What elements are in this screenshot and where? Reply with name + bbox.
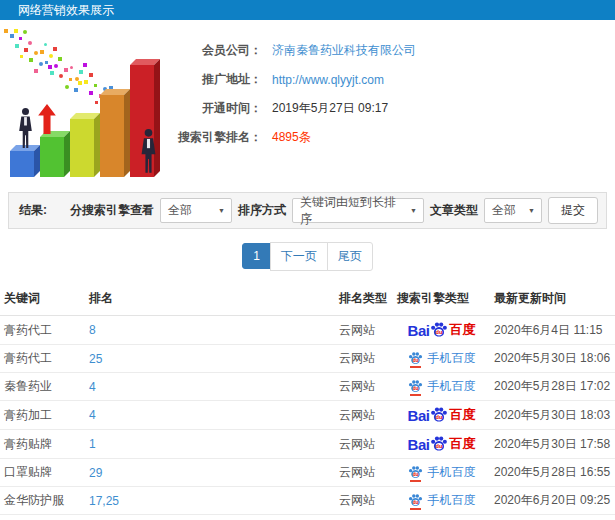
rank-type-cell: 云网站 [335, 487, 393, 515]
article-type-label: 文章类型 [430, 202, 478, 219]
mobile-baidu-logo: du手机百度 [408, 350, 476, 367]
col-updated: 最新更新时间 [490, 282, 615, 316]
top-section: 会员公司： 济南秦鲁药业科技有限公司 推广地址： http://www.qlyy… [0, 20, 615, 182]
table-row: 膏药加工 4 云网站 Bai du百度 2020年5月30日 18:03 [0, 401, 615, 430]
mobile-baidu-paw-icon: du [408, 351, 423, 366]
updated-cell: 2020年6月4日 11:15 [490, 316, 615, 345]
baidu-paw-icon: du [408, 465, 423, 480]
col-rank-type: 排名类型 [335, 282, 393, 316]
baidu-paw-icon: du [408, 351, 423, 366]
info-row-url: 推广地址： http://www.qlyyjt.com [174, 65, 615, 94]
updated-cell: 2020年5月28日 16:55 [490, 459, 615, 487]
confetti-dot [58, 57, 62, 61]
table-row: 金华防护服 17,25 云网站 du手机百度 2020年6月20日 09:25 [0, 487, 615, 515]
sort-select[interactable]: 关键词由短到长排序 ▼ [292, 198, 424, 223]
submit-button[interactable]: 提交 [548, 197, 598, 224]
engine-cell: du手机百度 [393, 373, 490, 401]
rank-link[interactable]: 17,25 [89, 494, 119, 508]
mobile-baidu-logo: du手机百度 [408, 378, 476, 395]
company-label: 会员公司： [174, 42, 262, 59]
filter-controls: 分搜索引擎查看 全部 ▼ 排序方式 关键词由短到长排序 ▼ 文章类型 全部 ▼ … [70, 197, 598, 224]
sort-filter-label: 排序方式 [238, 202, 286, 219]
next-page-button[interactable]: 下一页 [270, 242, 328, 271]
businessman-figure-left [15, 107, 36, 151]
confetti-dot [53, 47, 57, 51]
keyword-cell: 福建防护服 [0, 515, 85, 520]
keyword-cell: 秦鲁药业 [0, 373, 85, 401]
rank-link[interactable]: 1 [89, 437, 96, 451]
updated-cell: 2020年5月30日 18:03 [490, 401, 615, 430]
updated-cell: 2020年5月28日 17:02 [490, 373, 615, 401]
rank-link[interactable]: 25 [89, 352, 102, 366]
confetti-dot [10, 34, 14, 38]
confetti-dot [23, 30, 27, 34]
result-label: 结果: [19, 202, 47, 219]
baidu-paw-icon: du [430, 406, 448, 424]
keyword-cell: 膏药加工 [0, 401, 85, 430]
table-row: 膏药代工 25 云网站 du手机百度 2020年5月30日 18:06 [0, 345, 615, 373]
table-row: 膏药代工 8 云网站 Bai du百度 2020年6月4日 11:15 [0, 316, 615, 345]
rank-cell: 8 [85, 316, 335, 345]
confetti-dot [20, 55, 23, 58]
baidu-logo: Bai du百度 [408, 406, 476, 424]
confetti-dot [28, 41, 32, 45]
info-row-ranking-count: 搜索引擎排名： 4895条 [174, 123, 615, 152]
col-keyword: 关键词 [0, 282, 85, 316]
ranking-count-label: 搜索引擎排名： [174, 129, 262, 146]
info-row-open-time: 开通时间： 2019年5月27日 09:17 [174, 94, 615, 123]
company-info-panel: 会员公司： 济南秦鲁药业科技有限公司 推广地址： http://www.qlyy… [174, 28, 615, 182]
updated-cell: 2020年6月20日 09:25 [490, 487, 615, 515]
rank-cell: 1 [85, 430, 335, 459]
baidu-logo: Bai du百度 [408, 321, 476, 339]
rank-type-cell: 云网站 [335, 430, 393, 459]
svg-text:du: du [436, 414, 443, 420]
col-engine-type: 搜索引擎类型 [393, 282, 490, 316]
svg-text:du: du [412, 386, 418, 391]
chevron-down-icon: ▼ [213, 207, 225, 214]
rank-type-cell: 云网站 [335, 345, 393, 373]
bar-yellow [70, 119, 94, 177]
rank-cell: 4 [85, 373, 335, 401]
last-page-button[interactable]: 尾页 [327, 242, 373, 271]
mobile-baidu-logo: du手机百度 [408, 492, 476, 509]
article-type-select[interactable]: 全部 ▼ [484, 198, 542, 223]
results-table-body: 膏药代工 8 云网站 Bai du百度 2020年6月4日 11:15 膏药代工… [0, 316, 615, 520]
engine-select[interactable]: 全部 ▼ [160, 198, 232, 223]
open-time-value: 2019年5月27日 09:17 [272, 100, 388, 117]
engine-filter-label: 分搜索引擎查看 [70, 202, 154, 219]
engine-cell: du手机百度 [393, 515, 490, 520]
rank-cell: 17,25 [85, 487, 335, 515]
confetti-dot [45, 61, 48, 64]
company-link[interactable]: 济南秦鲁药业科技有限公司 [272, 42, 416, 59]
rank-link[interactable]: 8 [89, 323, 96, 337]
engine-cell: du手机百度 [393, 345, 490, 373]
baidu-paw-icon: du [408, 379, 423, 394]
open-time-label: 开通时间： [174, 100, 262, 117]
rank-link[interactable]: 4 [89, 380, 96, 394]
engine-cell: Bai du百度 [393, 430, 490, 459]
confetti-dot [44, 43, 47, 46]
bar-green [40, 137, 64, 177]
engine-cell: Bai du百度 [393, 401, 490, 430]
baidu-paw-icon: du [408, 493, 423, 508]
info-row-company: 会员公司： 济南秦鲁药业科技有限公司 [174, 36, 615, 65]
rank-cell: 4 [85, 401, 335, 430]
table-header-row: 关键词 排名 排名类型 搜索引擎类型 最新更新时间 [0, 282, 615, 316]
keyword-cell: 口罩贴牌 [0, 459, 85, 487]
rank-link[interactable]: 29 [89, 466, 102, 480]
promo-url-link[interactable]: http://www.qlyyjt.com [272, 73, 384, 87]
rank-cell: 10 [85, 515, 335, 520]
col-rank: 排名 [85, 282, 335, 316]
svg-text:du: du [412, 472, 418, 477]
filters-bar: 结果: 分搜索引擎查看 全部 ▼ 排序方式 关键词由短到长排序 ▼ 文章类型 全… [8, 192, 607, 229]
rank-link[interactable]: 4 [89, 408, 96, 422]
page-1-button[interactable]: 1 [242, 243, 271, 269]
mobile-baidu-paw-icon: du [408, 465, 423, 480]
svg-text:du: du [412, 358, 418, 363]
businessman-figure-right [137, 128, 160, 176]
promo-url-label: 推广地址： [174, 71, 262, 88]
bar-orange [100, 95, 124, 177]
table-row: 秦鲁药业 4 云网站 du手机百度 2020年5月28日 17:02 [0, 373, 615, 401]
sort-select-value: 关键词由短到长排序 [300, 194, 405, 228]
bar-blue [10, 151, 34, 177]
